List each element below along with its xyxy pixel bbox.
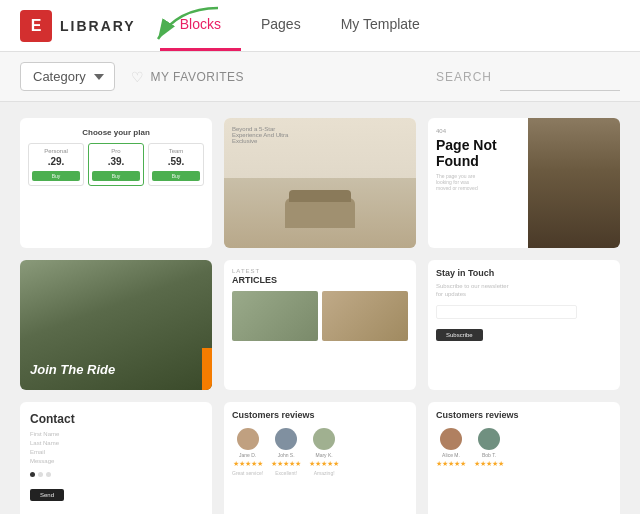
dot-1 bbox=[38, 472, 43, 477]
category-select[interactable]: Category All Pricing Hero Contact Blog S… bbox=[20, 62, 115, 91]
reviewer-5-name: Bob T. bbox=[482, 452, 496, 458]
plan-btn-personal[interactable]: Buy bbox=[32, 171, 80, 181]
plan-btn-pro[interactable]: Buy bbox=[92, 171, 140, 181]
reviewers-list-2: Alice M. ★★★★★ Bob T. ★★★★★ bbox=[436, 428, 612, 468]
404-small-label: 404 bbox=[436, 128, 612, 134]
stay-desc: Subscribe to our newsletterfor updates bbox=[436, 282, 612, 299]
plan-name-pro: Pro bbox=[92, 148, 140, 154]
pricing-pro: Pro .39. Buy bbox=[88, 143, 144, 186]
reviewer-5-avatar bbox=[478, 428, 500, 450]
reviewer-1: Jane D. ★★★★★ Great service! bbox=[232, 428, 263, 476]
reviewers-list: Jane D. ★★★★★ Great service! John S. ★★★… bbox=[232, 428, 408, 476]
plan-price-personal: .29. bbox=[32, 156, 80, 167]
reviewer-4-stars: ★★★★★ bbox=[436, 460, 466, 468]
app-logo: E LIBRARY bbox=[20, 10, 136, 42]
reviewer-5: Bob T. ★★★★★ bbox=[474, 428, 504, 468]
stay-title: Stay in Touch bbox=[436, 268, 612, 278]
card-reviews-bottom[interactable]: Customers reviews Alice M. ★★★★★ Bob T. … bbox=[428, 402, 620, 514]
reviews-bottom-title: Customers reviews bbox=[436, 410, 612, 420]
favorites-button[interactable]: ♡ MY FAVORITES bbox=[131, 69, 244, 85]
header: E LIBRARY Blocks Pages My Template bbox=[0, 0, 640, 52]
nav-tabs: Blocks Pages My Template bbox=[160, 0, 440, 51]
reviewer-1-avatar bbox=[237, 428, 259, 450]
search-input[interactable] bbox=[500, 63, 620, 91]
plan-name-team: Team bbox=[152, 148, 200, 154]
reviews-top-title: Customers reviews bbox=[232, 410, 408, 420]
tab-pages[interactable]: Pages bbox=[241, 0, 321, 51]
plan-price-pro: .39. bbox=[92, 156, 140, 167]
reviewer-1-stars: ★★★★★ bbox=[233, 460, 263, 468]
reviewer-2-name: John S. bbox=[278, 452, 295, 458]
logo-icon: E bbox=[20, 10, 52, 42]
card-pricing[interactable]: Choose your plan Personal .29. Buy Pro .… bbox=[20, 118, 212, 248]
article-photo-1 bbox=[232, 291, 318, 341]
stay-email-input[interactable] bbox=[436, 305, 577, 319]
card-stay[interactable]: Stay in Touch Subscribe to our newslette… bbox=[428, 260, 620, 390]
toolbar: Category All Pricing Hero Contact Blog S… bbox=[0, 52, 640, 102]
reviewer-5-stars: ★★★★★ bbox=[474, 460, 504, 468]
reviewer-3-avatar bbox=[313, 428, 335, 450]
orange-bar bbox=[202, 348, 212, 390]
contact-desc: First NameLast NameEmailMessage bbox=[30, 430, 202, 466]
contact-send-btn[interactable]: Send bbox=[30, 489, 64, 501]
contact-dots bbox=[30, 472, 202, 477]
plan-price-team: .59. bbox=[152, 156, 200, 167]
search-area: SEARCH bbox=[436, 63, 620, 91]
pricing-team: Team .59. Buy bbox=[148, 143, 204, 186]
search-label: SEARCH bbox=[436, 70, 492, 84]
articles-label: LATEST bbox=[232, 268, 408, 274]
404-desc: The page you arelooking for wasmoved or … bbox=[436, 173, 612, 191]
reviewer-2-avatar bbox=[275, 428, 297, 450]
reviewer-1-name: Jane D. bbox=[239, 452, 256, 458]
dot-2 bbox=[46, 472, 51, 477]
reviewer-4-name: Alice M. bbox=[442, 452, 460, 458]
reviewer-4-avatar bbox=[440, 428, 462, 450]
reviewer-2-stars: ★★★★★ bbox=[271, 460, 301, 468]
contact-title: Contact bbox=[30, 412, 202, 426]
card-articles[interactable]: LATEST ARTICLES bbox=[224, 260, 416, 390]
reviewer-3-name: Mary K. bbox=[316, 452, 333, 458]
heart-icon: ♡ bbox=[131, 69, 145, 85]
join-title-overlay: Join The Ride bbox=[30, 363, 115, 376]
stay-subscribe-btn[interactable]: Subscribe bbox=[436, 329, 483, 341]
reviewer-2: John S. ★★★★★ Excellent! bbox=[271, 428, 301, 476]
tab-my-template[interactable]: My Template bbox=[321, 0, 440, 51]
plan-btn-team[interactable]: Buy bbox=[152, 171, 200, 181]
reviewer-1-text: Great service! bbox=[232, 470, 263, 476]
reviewer-3: Mary K. ★★★★★ Amazing! bbox=[309, 428, 339, 476]
reviewer-4: Alice M. ★★★★★ bbox=[436, 428, 466, 468]
card-join[interactable]: Join The Ride bbox=[20, 260, 212, 390]
pricing-title: Choose your plan bbox=[28, 128, 204, 137]
card-404[interactable]: 404 Page NotFound The page you arelookin… bbox=[428, 118, 620, 248]
pricing-columns: Personal .29. Buy Pro .39. Buy Team .59.… bbox=[28, 143, 204, 186]
article-photo-2 bbox=[322, 291, 408, 341]
template-grid: Choose your plan Personal .29. Buy Pro .… bbox=[0, 102, 640, 514]
reviewer-3-text: Amazing! bbox=[314, 470, 335, 476]
dot-active bbox=[30, 472, 35, 477]
card-reviews-top[interactable]: Customers reviews Jane D. ★★★★★ Great se… bbox=[224, 402, 416, 514]
logo-text: LIBRARY bbox=[60, 18, 136, 34]
tab-blocks[interactable]: Blocks bbox=[160, 0, 241, 51]
plan-name-personal: Personal bbox=[32, 148, 80, 154]
reviewer-2-text: Excellent! bbox=[275, 470, 297, 476]
card-contact[interactable]: Contact First NameLast NameEmailMessage … bbox=[20, 402, 212, 514]
pricing-personal: Personal .29. Buy bbox=[28, 143, 84, 186]
articles-title: ARTICLES bbox=[232, 275, 408, 285]
404-title: Page NotFound bbox=[436, 137, 612, 169]
reviewer-3-stars: ★★★★★ bbox=[309, 460, 339, 468]
card-room[interactable]: Beyond a 5-StarExperience And UltraExclu… bbox=[224, 118, 416, 248]
